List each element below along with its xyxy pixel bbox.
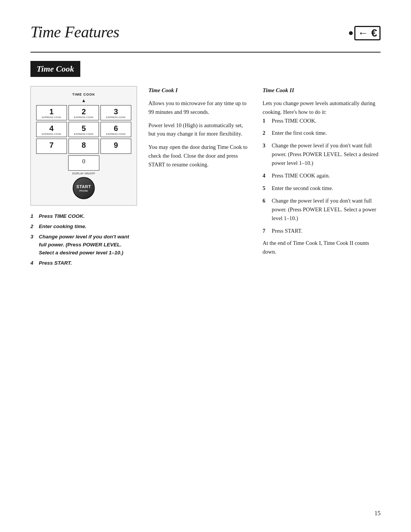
start-label: START: [76, 184, 91, 189]
right-step-num-7: 7: [263, 227, 269, 235]
key-label-1: EXPRESS COOK: [42, 116, 61, 118]
key-num-5: 5: [81, 125, 86, 132]
right-step-text-2: Enter the first cook time.: [272, 129, 327, 137]
key-1[interactable]: 1 EXPRESS COOK: [36, 105, 67, 120]
page-title: Time Features: [30, 23, 119, 41]
key-num-2: 2: [81, 108, 86, 115]
section-title-bar: Time Cook: [30, 61, 80, 77]
key-5[interactable]: 5 EXPRESS COOK: [68, 122, 99, 137]
key-8[interactable]: 8: [68, 139, 99, 154]
page-number: 15: [374, 510, 381, 517]
keypad-arrow: ▲: [36, 98, 131, 104]
step-text-1: Press TIME COOK.: [39, 212, 85, 220]
right-step-2: 2 Enter the first cook time.: [263, 129, 381, 137]
right-step-1: 1 Press TIME COOK.: [263, 117, 381, 125]
key-num-7: 7: [49, 141, 54, 149]
step-num-1: 1: [30, 212, 36, 220]
right-column: Time Cook II Lets you change power level…: [263, 86, 381, 256]
step-num-4: 4: [30, 259, 36, 267]
step-text-4: Press START.: [39, 259, 72, 267]
key-6[interactable]: 6 EXPRESS COOK: [100, 122, 131, 137]
middle-para-1: Allows you to microwave for any time up …: [148, 99, 251, 117]
key-label-6: EXPRESS COOK: [106, 133, 126, 135]
section-title: Time Cook: [37, 64, 74, 73]
ce-icon: ← €: [354, 26, 381, 40]
right-step-text-5: Enter the second cook time.: [272, 184, 333, 193]
right-step-num-1: 1: [263, 117, 269, 125]
middle-column: Time Cook I Allows you to microwave for …: [148, 86, 251, 174]
key-label-3: EXPRESS COOK: [106, 116, 126, 118]
key-num-0: 0: [82, 158, 85, 165]
keypad-diagram: TIME COOK ▲ 1 EXPRESS COOK 2 EXPRESS COO…: [30, 86, 137, 206]
key-num-3: 3: [114, 108, 118, 115]
right-step-text-6: Change the power level if you don't want…: [272, 197, 381, 223]
time-cook-1-title: Time Cook I: [148, 86, 251, 95]
key-num-9: 9: [114, 141, 118, 149]
key-num-8: 8: [81, 141, 86, 149]
dot-icon: [349, 31, 353, 35]
page-header: Time Features ← €: [30, 23, 381, 45]
left-step-2: 2 Enter cooking time.: [30, 223, 137, 231]
right-step-6: 6 Change the power level if you don't wa…: [263, 197, 381, 223]
right-step-text-7: Press START.: [272, 227, 303, 235]
left-column: TIME COOK ▲ 1 EXPRESS COOK 2 EXPRESS COO…: [30, 86, 137, 270]
keypad-label: TIME COOK: [36, 93, 131, 96]
step-text-3: Change power level if you don't want ful…: [39, 233, 137, 257]
key-num-6: 6: [114, 125, 118, 132]
start-button[interactable]: START PAUSE: [73, 177, 95, 199]
right-step-num-3: 3: [263, 141, 269, 150]
right-step-text-4: Press TIME COOK again.: [272, 171, 330, 180]
right-step-7: 7 Press START.: [263, 227, 381, 235]
display-off-label: DISPLAY ON/OFF: [36, 172, 131, 175]
middle-para-3: You may open the door during Time Cook t…: [148, 143, 251, 169]
right-intro: Lets you change power levels automatical…: [263, 99, 381, 117]
header-icon-area: ← €: [349, 26, 381, 40]
keypad-zero-row: 0: [36, 155, 131, 171]
right-step-4: 4 Press TIME COOK again.: [263, 171, 381, 180]
key-4[interactable]: 4 EXPRESS COOK: [36, 122, 67, 137]
left-step-1: 1 Press TIME COOK.: [30, 212, 137, 220]
page: Time Features ← € Time Cook TIME COOK ▲ …: [0, 0, 411, 532]
key-label-5: EXPRESS COOK: [74, 133, 93, 135]
right-footer: At the end of Time Cook I, Time Cook II …: [263, 239, 381, 256]
key-0[interactable]: 0: [68, 155, 99, 171]
right-step-text-1: Press TIME COOK.: [272, 117, 317, 125]
start-sub-label: PAUSE: [80, 190, 88, 192]
key-3[interactable]: 3 EXPRESS COOK: [100, 105, 131, 120]
right-step-num-4: 4: [263, 171, 269, 180]
right-step-text-3: Change the power level if you don't want…: [272, 141, 381, 168]
right-step-3: 3 Change the power level if you don't wa…: [263, 141, 381, 168]
key-7[interactable]: 7: [36, 139, 67, 154]
key-2[interactable]: 2 EXPRESS COOK: [68, 105, 99, 120]
keypad-grid: 1 EXPRESS COOK 2 EXPRESS COOK 3 EXPRESS …: [36, 105, 131, 154]
middle-para-2: Power level 10 (High) is automatically s…: [148, 121, 251, 139]
key-label-4: EXPRESS COOK: [42, 133, 61, 135]
key-label-2: EXPRESS COOK: [74, 116, 93, 118]
left-instructions: 1 Press TIME COOK. 2 Enter cooking time.…: [30, 212, 137, 267]
time-cook-2-title: Time Cook II: [263, 86, 381, 95]
left-step-4: 4 Press START.: [30, 259, 137, 267]
main-content: TIME COOK ▲ 1 EXPRESS COOK 2 EXPRESS COO…: [30, 86, 381, 270]
right-step-num-6: 6: [263, 197, 269, 205]
right-step-5: 5 Enter the second cook time.: [263, 184, 381, 193]
step-num-2: 2: [30, 223, 36, 231]
key-num-1: 1: [49, 108, 54, 115]
step-num-3: 3: [30, 233, 36, 257]
key-9[interactable]: 9: [100, 139, 131, 154]
start-button-area: START PAUSE: [70, 177, 97, 199]
right-steps-list: 1 Press TIME COOK. 2 Enter the first coo…: [263, 117, 381, 235]
right-step-num-2: 2: [263, 129, 269, 137]
header-divider: [30, 52, 381, 53]
key-num-4: 4: [49, 125, 54, 132]
right-step-num-5: 5: [263, 184, 269, 193]
step-text-2: Enter cooking time.: [39, 223, 86, 231]
left-step-3: 3 Change power level if you don't want f…: [30, 233, 137, 257]
